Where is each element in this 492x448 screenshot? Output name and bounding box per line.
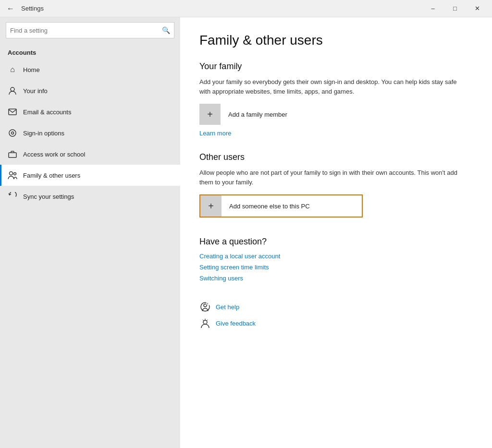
get-help-icon: ? — [199, 301, 211, 313]
svg-rect-4 — [9, 153, 16, 157]
window-controls: – □ ✕ — [422, 0, 488, 17]
main-layout: 🔍 Accounts ⌂ Home Your info — [0, 17, 492, 448]
sidebar-item-your-info[interactable]: Your info — [0, 80, 180, 101]
svg-point-2 — [9, 130, 16, 136]
sidebar-item-sign-in-options[interactable]: Sign-in options — [0, 122, 180, 144]
svg-rect-1 — [9, 109, 16, 115]
sidebar-item-home[interactable]: ⌂ Home — [0, 59, 180, 80]
question-section: Have a question? Creating a local user a… — [199, 237, 473, 282]
family-icon — [8, 170, 17, 180]
svg-point-6 — [14, 173, 16, 175]
get-help-label[interactable]: Get help — [216, 303, 239, 311]
page-title: Family & other users — [199, 33, 473, 48]
close-button[interactable]: ✕ — [466, 0, 488, 17]
give-feedback-row[interactable]: Give feedback — [199, 317, 473, 329]
search-bar[interactable]: 🔍 — [6, 22, 174, 38]
sidebar-item-access-work[interactable]: Access work or school — [0, 144, 180, 165]
content-area: Family & other users Your family Add you… — [180, 17, 492, 448]
add-someone-button[interactable]: + Add someone else to this PC — [199, 194, 363, 218]
back-button[interactable]: ← — [4, 2, 17, 15]
title-bar: ← Settings – □ ✕ — [0, 0, 492, 17]
signin-icon — [8, 128, 17, 138]
sidebar-item-label-home: Home — [23, 66, 40, 73]
sidebar-item-email-accounts[interactable]: Email & accounts — [0, 101, 180, 122]
add-family-member-button[interactable]: + Add a family member — [199, 104, 473, 125]
svg-text:?: ? — [207, 303, 209, 306]
sidebar-item-label-access-work: Access work or school — [23, 151, 85, 158]
other-users-section-title: Other users — [199, 152, 473, 162]
person-icon — [8, 86, 17, 96]
svg-point-5 — [10, 172, 13, 175]
your-family-description: Add your family so everybody gets their … — [199, 77, 468, 96]
add-family-icon: + — [199, 104, 221, 125]
home-icon: ⌂ — [8, 65, 17, 74]
your-family-section-title: Your family — [199, 61, 473, 72]
sidebar-item-label-your-info: Your info — [23, 87, 48, 95]
sidebar-item-label-sync: Sync your settings — [23, 193, 74, 200]
sidebar-item-label-email: Email & accounts — [23, 109, 71, 116]
link-local-user-account[interactable]: Creating a local user account — [199, 253, 473, 260]
add-family-label: Add a family member — [221, 111, 295, 118]
app-title: Settings — [21, 5, 422, 12]
give-feedback-label[interactable]: Give feedback — [216, 320, 256, 327]
email-icon — [8, 107, 17, 117]
search-input[interactable] — [10, 27, 162, 34]
sidebar: 🔍 Accounts ⌂ Home Your info — [0, 17, 180, 448]
minimize-button[interactable]: – — [422, 0, 444, 17]
get-help-row[interactable]: ? Get help — [199, 301, 473, 313]
link-switching-users[interactable]: Switching users — [199, 275, 473, 282]
svg-point-3 — [12, 132, 14, 134]
maximize-button[interactable]: □ — [444, 0, 466, 17]
sidebar-item-family-users[interactable]: Family & other users — [0, 165, 180, 186]
learn-more-link[interactable]: Learn more — [199, 130, 231, 137]
add-someone-icon: + — [200, 195, 221, 217]
sidebar-item-label-family: Family & other users — [23, 172, 80, 179]
question-section-title: Have a question? — [199, 237, 473, 247]
other-users-description: Allow people who are not part of your fa… — [199, 168, 468, 187]
add-someone-label: Add someone else to this PC — [221, 203, 318, 210]
sidebar-item-sync-settings[interactable]: Sync your settings — [0, 186, 180, 207]
sync-icon — [8, 192, 17, 201]
sidebar-section-label: Accounts — [0, 43, 180, 59]
svg-point-0 — [11, 87, 14, 91]
give-feedback-icon — [199, 317, 211, 329]
sidebar-item-label-signin: Sign-in options — [23, 130, 64, 137]
link-screen-time-limits[interactable]: Setting screen time limits — [199, 264, 473, 271]
search-icon: 🔍 — [162, 26, 170, 34]
briefcase-icon — [8, 149, 17, 159]
